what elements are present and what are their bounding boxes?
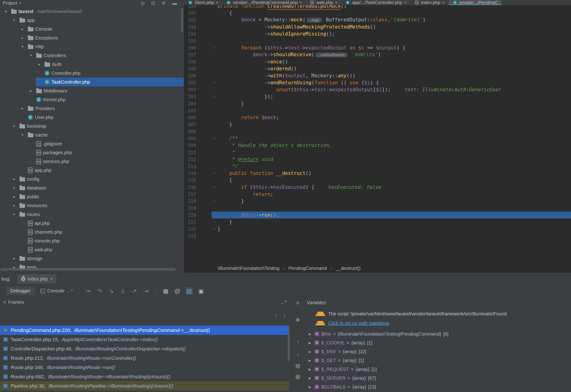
frames-filter-icon[interactable]: →∗ <box>280 300 287 305</box>
tree-item-exceptions[interactable]: ▸Exceptions <box>0 33 184 42</box>
debug-session-tab[interactable]: index.php × <box>17 274 57 284</box>
code-line[interactable]: 213 */ <box>184 163 571 170</box>
gutter-line-number[interactable]: 215 <box>184 177 212 184</box>
navigate-up-icon[interactable]: ↑ <box>295 339 301 345</box>
code-line[interactable]: 218∧ } <box>184 198 571 204</box>
frame-row[interactable]: ControllerDispatcher.php:48, Illuminate\… <box>0 344 289 353</box>
variable-row[interactable]: ▶$_ENV = {array} [32] <box>304 347 571 356</box>
tree-item-taskcontroller-php[interactable]: TaskController.php <box>0 78 184 87</box>
navigate-down-icon[interactable]: ↓ <box>295 351 301 357</box>
tree-item-console-php[interactable]: console.php <box>0 236 184 245</box>
view-as-image-icon[interactable]: ▦ <box>295 374 301 380</box>
step-over-icon[interactable]: ↷ <box>96 288 103 294</box>
chevron-collapsed-icon[interactable]: ▸ <box>11 256 18 261</box>
tree-item-channels-php[interactable]: channels.php <box>0 228 184 236</box>
tree-item-auth[interactable]: ▸Auth <box>0 60 184 69</box>
gutter-line-number[interactable]: 203 <box>184 93 212 100</box>
code-line[interactable]: 194 ->shouldIgnoreMissing(); <box>184 30 571 37</box>
tree-item-console[interactable]: ▸Console <box>0 25 184 33</box>
editor-tab-index-php[interactable]: index.php× <box>411 0 449 5</box>
fold-marker-icon[interactable]: ∧ <box>212 198 217 204</box>
locate-icon[interactable]: ◎ <box>141 1 145 5</box>
variable-row[interactable]: ▶$_COOKIE = {array} [1] <box>304 338 571 347</box>
frame-down-icon[interactable]: ↓ <box>283 312 286 319</box>
gutter-line-number[interactable]: 208 <box>184 128 212 135</box>
tree-item-app[interactable]: ▾app <box>0 16 184 25</box>
step-into-icon[interactable]: ↘ <box>108 288 114 294</box>
force-step-into-icon[interactable]: ⇓ <box>120 288 126 294</box>
gutter-line-number[interactable]: 220 <box>184 212 212 218</box>
chevron-collapsed-icon[interactable]: ▸ <box>11 203 18 208</box>
fold-marker-icon[interactable]: ∧ <box>212 226 217 232</box>
code-line[interactable]: 201∨ ->andReturnUsing(function () use ($… <box>184 79 571 86</box>
code-line[interactable]: 204 } <box>184 100 571 107</box>
inline-values-icon[interactable]: @ <box>174 288 181 294</box>
variable-row[interactable]: ▶$this = {Illuminate\Foundation\Testing\… <box>304 330 571 338</box>
tree-item--gitignore[interactable]: .gitignore <box>0 139 184 148</box>
chevron-expanded-icon[interactable]: ▾ <box>19 133 26 137</box>
gutter-line-number[interactable]: 209 <box>184 135 212 142</box>
frame-up-icon[interactable]: ↑ <box>274 312 277 319</box>
code-line[interactable]: 220 $this->run(); <box>184 212 571 218</box>
gutter-line-number[interactable]: 194 <box>184 30 212 37</box>
code-line[interactable]: 190private function createABufferedOutpu… <box>184 5 571 10</box>
code-line[interactable]: 196∨ foreach ($this->test->expectedOutpu… <box>184 44 571 51</box>
tree-item-services-php[interactable]: services.php <box>0 157 184 166</box>
close-icon[interactable]: × <box>50 276 53 282</box>
chevron-expanded-icon[interactable]: ▾ <box>27 53 34 58</box>
chevron-collapsed-icon[interactable]: ▸ <box>11 195 18 199</box>
tree-item-cache[interactable]: ▾cache <box>0 131 184 139</box>
variable-expand-icon[interactable]: ▶ <box>307 359 313 362</box>
tree-item-web-php[interactable]: web.php <box>0 245 184 254</box>
gutter-line-number[interactable]: 223 <box>184 232 212 239</box>
fold-marker-icon[interactable]: ∨ <box>212 170 217 177</box>
gutter-line-number[interactable]: 200 <box>184 72 212 79</box>
code-line[interactable]: 199 ->ordered() <box>184 65 571 72</box>
gutter-line-number[interactable]: 198 <box>184 58 212 65</box>
project-tree-vertical-scrollbar[interactable] <box>181 8 183 33</box>
gutter-line-number[interactable]: 213 <box>184 163 212 170</box>
step-out-icon[interactable]: ↗ <box>131 288 138 294</box>
view-breakpoints-icon[interactable]: ▦ <box>162 288 169 294</box>
gutter-line-number[interactable]: 222 <box>184 226 212 232</box>
code-line[interactable]: 214∨ public function __destruct() <box>184 170 571 177</box>
menu-icon[interactable]: ≡ <box>295 300 301 306</box>
tree-item-middleware[interactable]: ▸Middleware <box>0 87 184 95</box>
code-line[interactable]: 209∨ /** <box>184 135 571 142</box>
variable-expand-icon[interactable]: ▶ <box>307 341 313 345</box>
frame-row[interactable]: Route.php:169, Illuminate\Routing\Route-… <box>0 363 289 372</box>
scrollbar-thumb[interactable] <box>0 268 176 271</box>
close-icon[interactable]: × <box>442 0 444 5</box>
tree-item-bootstrap[interactable]: ▾bootstrap <box>0 122 184 131</box>
gutter-line-number[interactable]: 211 <box>184 149 212 156</box>
fold-marker-icon[interactable]: ∨ <box>212 184 217 191</box>
frame-row[interactable]: Route.php:212, Illuminate\Routing\Route-… <box>0 353 289 363</box>
chevron-collapsed-icon[interactable]: ▸ <box>19 36 26 40</box>
variable-expand-icon[interactable]: ▶ <box>307 377 313 380</box>
code-line[interactable]: 192 $mock = Mockery::mock(...args: Buffe… <box>184 16 571 23</box>
chevron-expanded-icon[interactable]: ▾ <box>19 44 26 49</box>
code-line[interactable]: 205 <box>184 107 571 114</box>
gutter-line-number[interactable]: 221 <box>184 218 212 226</box>
restore-layout-icon[interactable]: ▧ <box>186 288 193 294</box>
tree-item-config[interactable]: ▸config <box>0 175 184 183</box>
fold-marker-icon[interactable]: ∨ <box>212 135 217 142</box>
close-icon[interactable]: × <box>335 0 338 5</box>
variable-row[interactable]: ▶$_REQUEST = {array} [1] <box>304 365 571 374</box>
code-editor[interactable]: 190private function createABufferedOutpu… <box>184 5 571 263</box>
fold-marker-icon[interactable]: ∨ <box>212 79 217 86</box>
gutter-line-number[interactable]: 205 <box>184 107 212 114</box>
variable-expand-icon[interactable]: ▶ <box>307 368 313 371</box>
code-line[interactable]: 215 { <box>184 177 571 184</box>
gutter-line-number[interactable]: 191 <box>184 10 212 16</box>
code-line[interactable]: 193 ->shouldAllowMockingProtectedMethods… <box>184 23 571 30</box>
gutter-line-number[interactable]: 216 <box>184 184 212 191</box>
gutter-line-number[interactable]: 206 <box>184 114 212 121</box>
breadcrumb-item[interactable]: __destruct() <box>336 266 361 271</box>
chevron-collapsed-icon[interactable]: ▸ <box>11 177 18 181</box>
frame-row[interactable]: Router.php:682, Illuminate\Routing\Route… <box>0 372 289 381</box>
variable-row[interactable]: ▶$_SERVER = {array} [67] <box>304 374 571 382</box>
fold-marker-icon[interactable]: ∧ <box>212 93 217 100</box>
tree-item-kernel-php[interactable]: Kernel.php <box>0 95 184 104</box>
hide-panel-icon[interactable]: ▬ <box>172 1 177 5</box>
